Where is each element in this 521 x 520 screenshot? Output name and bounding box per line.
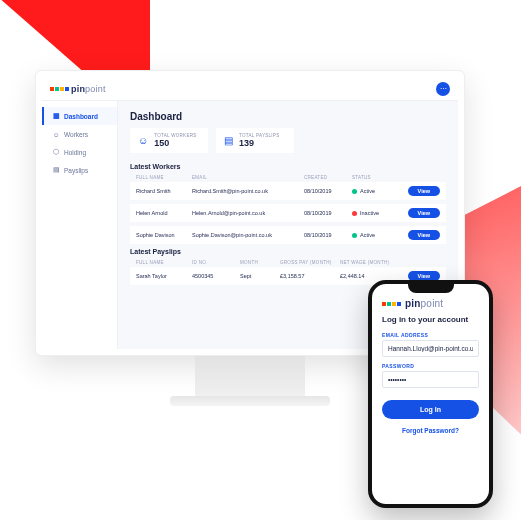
- user-outline-icon: ☺: [138, 135, 148, 146]
- cell-name: Richard Smith: [136, 188, 192, 194]
- cell-created: 08/10/2019: [304, 210, 352, 216]
- sidebar-item-label: Payslips: [64, 167, 88, 174]
- stat-value: 150: [154, 138, 196, 148]
- cell-status: Inactive: [352, 210, 396, 216]
- phone-notch: [408, 284, 454, 293]
- col-head-month: MONTH: [240, 260, 280, 265]
- monitor-stand: [195, 356, 305, 400]
- cell-status: Active: [352, 232, 396, 238]
- sidebar-item-label: Holding: [64, 149, 86, 156]
- cell-gross: £3,158.57: [280, 273, 340, 279]
- status-dot-icon: [352, 189, 357, 194]
- document-outline-icon: ▤: [224, 135, 233, 146]
- cell-net: £2,448.14: [340, 273, 396, 279]
- logo-icon: [50, 87, 69, 91]
- cell-month: Sept: [240, 273, 280, 279]
- stats-row: ☺ TOTAL WORKERS 150 ▤ TOTAL PAYSLIPS 139: [130, 128, 446, 153]
- document-icon: ▤: [52, 166, 60, 174]
- cell-name: Sarah Taylor: [136, 273, 192, 279]
- login-button[interactable]: Log In: [382, 400, 479, 419]
- col-head-net: NET WAGE (MONTH): [340, 260, 396, 265]
- sidebar-item-dashboard[interactable]: ▦ Dashboard: [42, 107, 117, 125]
- brand-light: point: [85, 84, 106, 94]
- col-head-id: ID NO.: [192, 260, 240, 265]
- stat-value: 139: [239, 138, 279, 148]
- topbar: pinpoint ⋯: [42, 77, 458, 101]
- password-field[interactable]: [382, 371, 479, 388]
- cell-id: 4500345: [192, 273, 240, 279]
- forgot-password-link[interactable]: Forgot Password?: [382, 427, 479, 434]
- section-title-payslips: Latest Payslips: [130, 248, 446, 255]
- col-head-name: FULL NAME: [136, 175, 192, 180]
- status-text: Active: [360, 188, 375, 194]
- cell-status: Active: [352, 188, 396, 194]
- phone-mockup: pinpoint Log in to your account EMAIL AD…: [368, 280, 493, 508]
- stat-total-payslips: ▤ TOTAL PAYSLIPS 139: [216, 128, 294, 153]
- cell-created: 08/10/2019: [304, 188, 352, 194]
- email-label: EMAIL ADDRESS: [382, 332, 479, 338]
- sidebar-item-label: Workers: [64, 131, 88, 138]
- cell-email: Helen.Arnold@pin-point.co.uk: [192, 210, 304, 216]
- status-text: Active: [360, 232, 375, 238]
- status-text: Inactive: [360, 210, 379, 216]
- grid-icon: ▦: [52, 112, 60, 120]
- workers-table-head: FULL NAME EMAIL CREATED STATUS: [130, 173, 446, 182]
- cell-email: Richard.Smith@pin-point.co.uk: [192, 188, 304, 194]
- status-dot-icon: [352, 233, 357, 238]
- user-icon: ☺: [52, 130, 60, 138]
- sidebar-item-holding[interactable]: ⬡ Holding: [42, 143, 117, 161]
- login-title: Log in to your account: [382, 315, 479, 324]
- sidebar: ▦ Dashboard ☺ Workers ⬡ Holding ▤ Paysli…: [42, 101, 118, 349]
- col-head-name: FULL NAME: [136, 260, 192, 265]
- col-head-status: STATUS: [352, 175, 396, 180]
- cell-name: Sophie Davison: [136, 232, 192, 238]
- phone-brand: pinpoint: [382, 298, 479, 309]
- stat-total-workers: ☺ TOTAL WORKERS 150: [130, 128, 208, 153]
- brand-strong: pin: [405, 298, 421, 309]
- col-head-created: CREATED: [304, 175, 352, 180]
- table-row: Richard Smith Richard.Smith@pin-point.co…: [130, 182, 446, 200]
- sidebar-item-payslips[interactable]: ▤ Payslips: [42, 161, 117, 179]
- logo-icon: [382, 302, 401, 306]
- sidebar-item-workers[interactable]: ☺ Workers: [42, 125, 117, 143]
- cell-created: 08/10/2019: [304, 232, 352, 238]
- sidebar-item-label: Dashboard: [64, 113, 98, 120]
- apple-logo-icon: [195, 356, 305, 368]
- table-row: Helen Arnold Helen.Arnold@pin-point.co.u…: [130, 204, 446, 222]
- status-dot-icon: [352, 211, 357, 216]
- col-head-gross: GROSS PAY (MONTH): [280, 260, 340, 265]
- payslips-table-head: FULL NAME ID NO. MONTH GROSS PAY (MONTH)…: [130, 258, 446, 267]
- table-row: Sophie Davison Sophie.Davison@pin-point.…: [130, 226, 446, 244]
- section-title-workers: Latest Workers: [130, 163, 446, 170]
- view-button[interactable]: View: [408, 186, 440, 196]
- hexagon-icon: ⬡: [52, 148, 60, 156]
- page-title: Dashboard: [130, 111, 446, 122]
- cell-name: Helen Arnold: [136, 210, 192, 216]
- avatar-button[interactable]: ⋯: [436, 82, 450, 96]
- email-field[interactable]: [382, 340, 479, 357]
- brand-name: pinpoint: [71, 84, 106, 94]
- cell-email: Sophie.Davison@pin-point.co.uk: [192, 232, 304, 238]
- view-button[interactable]: View: [408, 208, 440, 218]
- col-head-email: EMAIL: [192, 175, 304, 180]
- password-label: PASSWORD: [382, 363, 479, 369]
- brand-light: point: [421, 298, 444, 309]
- brand-strong: pin: [71, 84, 85, 94]
- view-button[interactable]: View: [408, 230, 440, 240]
